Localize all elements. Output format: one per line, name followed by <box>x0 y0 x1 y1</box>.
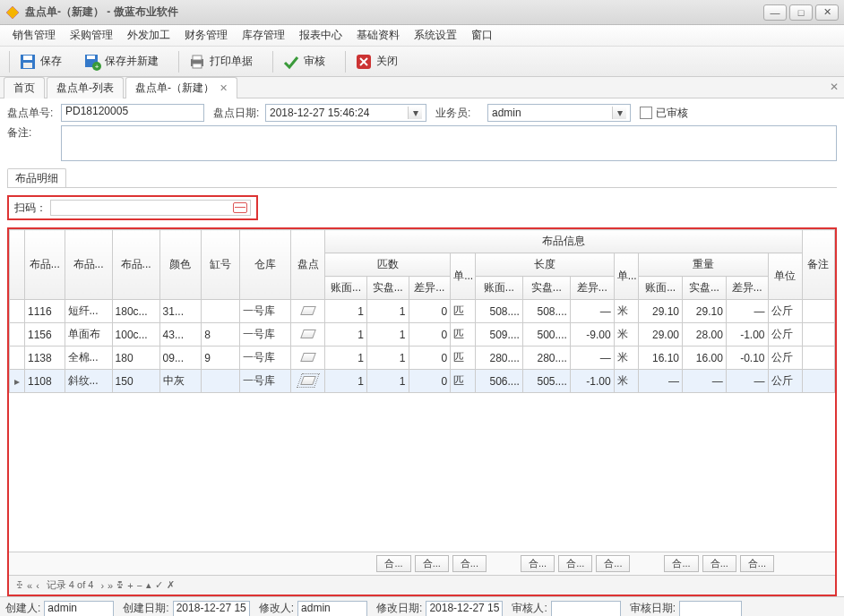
audit-button[interactable]: 审核 <box>277 51 331 73</box>
chevron-down-icon[interactable]: ▾ <box>612 107 626 119</box>
table-row[interactable]: 1156单面布100c...43...8一号库110匹509....500...… <box>10 323 835 346</box>
save-and-new-button[interactable]: + 保存并新建 <box>78 51 164 73</box>
cdate-field: 2018-12-27 15 <box>173 601 250 617</box>
menu-purchase[interactable]: 采购管理 <box>63 28 120 43</box>
close-icon <box>355 53 373 71</box>
save-new-icon: + <box>83 53 101 71</box>
operator-combo[interactable]: admin▾ <box>487 104 631 122</box>
nav-nextpage[interactable]: » <box>108 580 113 591</box>
minimize-button[interactable]: — <box>763 4 787 21</box>
nav-cancel[interactable]: ✗ <box>167 579 175 591</box>
nav-last[interactable]: ꔁ <box>116 579 124 591</box>
creator-label: 创建人: <box>5 601 40 616</box>
modifier-field: admin <box>297 601 367 617</box>
tabs-close-all-icon[interactable]: ✕ <box>830 81 839 93</box>
scan-label: 扫码： <box>14 201 47 216</box>
print-icon <box>188 53 206 71</box>
tab-close-icon[interactable]: ✕ <box>220 82 228 93</box>
tab-detail[interactable]: 布品明细 <box>7 168 66 188</box>
menu-stock[interactable]: 库存管理 <box>235 28 292 43</box>
menu-window[interactable]: 窗口 <box>464 28 500 43</box>
eraser-icon[interactable] <box>300 353 316 362</box>
auditor-field <box>551 601 621 617</box>
menu-sales[interactable]: 销售管理 <box>5 28 63 43</box>
tab-list[interactable]: 盘点单-列表 <box>47 77 124 98</box>
form-row-remark: 备注: <box>7 125 837 161</box>
tab-home[interactable]: 首页 <box>4 77 45 98</box>
nav-next[interactable]: › <box>100 580 104 591</box>
chevron-down-icon[interactable]: ▾ <box>408 107 422 119</box>
remark-input[interactable] <box>61 125 837 161</box>
nav-add[interactable]: + <box>127 580 133 591</box>
tab-new[interactable]: 盘点单-（新建）✕ <box>125 77 237 98</box>
nav-position: 记录 4 of 4 <box>47 578 94 592</box>
sum-btn[interactable]: 合... <box>740 555 774 572</box>
sum-btn[interactable]: 合... <box>702 555 736 572</box>
save-button[interactable]: 保存 <box>13 51 67 73</box>
bill-no-label: 盘点单号: <box>7 106 61 121</box>
bill-date-label: 盘点日期: <box>213 106 265 121</box>
auditor-label: 审核人: <box>512 601 547 616</box>
sum-btn[interactable]: 合... <box>664 555 698 572</box>
summary-row: 合... 合... 合... 合... 合... 合... 合... 合... … <box>9 552 835 575</box>
eraser-icon[interactable] <box>300 376 316 385</box>
svg-rect-2 <box>23 56 32 60</box>
app-icon <box>5 5 20 20</box>
nav-del[interactable]: − <box>137 580 142 591</box>
creator-field: admin <box>44 601 114 617</box>
titlebar: 盘点单-（新建） - 傲蓝布业软件 — □ ✕ <box>0 0 844 25</box>
table-row[interactable]: 1138全棉...18009...9一号库110匹280....280....—… <box>10 346 835 370</box>
sum-btn[interactable]: 合... <box>452 555 487 572</box>
maximize-button[interactable]: □ <box>789 4 813 21</box>
content-area: 盘点单号: PD18120005 盘点日期: 2018-12-27 15:46:… <box>0 98 844 596</box>
barcode-icon[interactable] <box>233 202 247 213</box>
sum-btn[interactable]: 合... <box>521 555 555 572</box>
print-button[interactable]: 打印单据 <box>183 51 258 73</box>
mdate-label: 修改日期: <box>376 601 422 616</box>
scan-input[interactable] <box>50 200 251 216</box>
eraser-icon[interactable] <box>300 306 316 315</box>
menu-finance[interactable]: 财务管理 <box>177 28 235 43</box>
menu-outsource[interactable]: 外发加工 <box>120 28 177 43</box>
menu-report[interactable]: 报表中心 <box>292 28 349 43</box>
print-label: 打印单据 <box>210 54 253 69</box>
nav-first[interactable]: ꔀ <box>16 579 23 591</box>
bill-date-combo[interactable]: 2018-12-27 15:46:24▾ <box>265 104 426 122</box>
sum-btn[interactable]: 合... <box>415 555 449 572</box>
svg-text:+: + <box>95 63 99 71</box>
close-window-button[interactable]: ✕ <box>815 4 839 21</box>
nav-edit[interactable]: ▴ <box>146 579 151 591</box>
bill-no-input[interactable]: PD18120005 <box>61 104 204 122</box>
save-icon <box>19 53 37 71</box>
adate-field <box>679 601 742 617</box>
menu-settings[interactable]: 系统设置 <box>407 28 464 43</box>
close-button[interactable]: 关闭 <box>349 51 403 73</box>
window-title: 盘点单-（新建） - 傲蓝布业软件 <box>25 4 761 20</box>
grid-table[interactable]: 布品... 布品... 布品... 颜色 缸号 仓库 盘点 布品信息 备注 匹数… <box>9 229 835 393</box>
adate-label: 审核日期: <box>630 601 676 616</box>
svg-rect-3 <box>23 63 32 68</box>
audited-label: 已审核 <box>656 106 688 121</box>
inner-tabs: 布品明细 <box>7 168 837 188</box>
table-row[interactable]: 1116短纤...180c...31...一号库110匹508....508..… <box>10 300 835 323</box>
sum-btn[interactable]: 合... <box>596 555 630 572</box>
sum-btn[interactable]: 合... <box>376 555 410 572</box>
menubar: 销售管理 采购管理 外发加工 财务管理 库存管理 报表中心 基础资料 系统设置 … <box>0 25 844 47</box>
check-icon <box>282 53 300 71</box>
operator-label: 业务员: <box>435 106 487 121</box>
nav-prevpage[interactable]: « <box>27 580 32 591</box>
svg-rect-5 <box>87 56 95 59</box>
remark-label: 备注: <box>7 125 61 141</box>
nav-ok[interactable]: ✓ <box>155 579 163 591</box>
menu-basedata[interactable]: 基础资料 <box>349 28 407 43</box>
close-label: 关闭 <box>376 54 398 69</box>
nav-prev[interactable]: ‹ <box>36 580 39 591</box>
cdate-label: 创建日期: <box>123 601 168 616</box>
form-row-1: 盘点单号: PD18120005 盘点日期: 2018-12-27 15:46:… <box>7 104 837 122</box>
bottom-form: 创建人: admin 创建日期: 2018-12-27 15 修改人: admi… <box>0 596 844 616</box>
sum-btn[interactable]: 合... <box>558 555 592 572</box>
table-row[interactable]: ▸1108斜纹...150中灰一号库110匹506....505....-1.0… <box>10 370 835 393</box>
audited-checkbox[interactable] <box>640 107 652 119</box>
eraser-icon[interactable] <box>300 329 316 338</box>
scan-row: 扫码： <box>7 195 258 220</box>
